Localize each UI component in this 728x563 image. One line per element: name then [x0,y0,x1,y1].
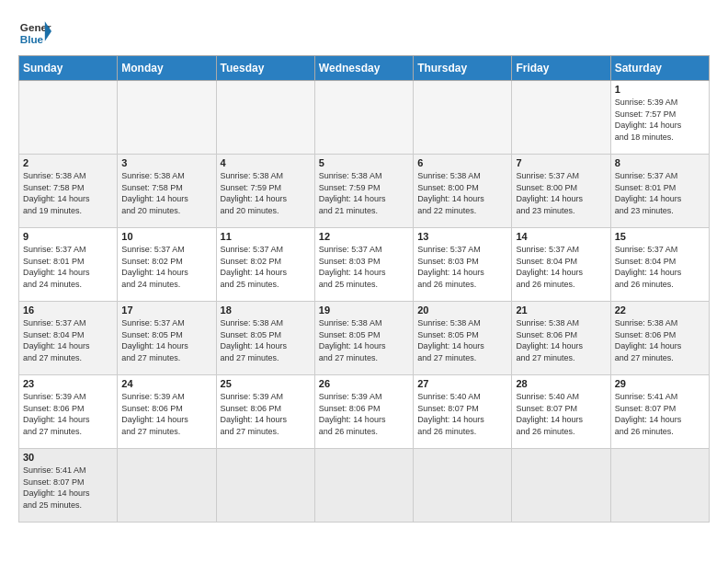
day-info: Sunrise: 5:39 AM Sunset: 8:06 PM Dayligh… [23,391,113,437]
day-info: Sunrise: 5:37 AM Sunset: 8:00 PM Dayligh… [516,170,606,216]
calendar-week-3: 9Sunrise: 5:37 AM Sunset: 8:01 PM Daylig… [19,228,710,302]
calendar-cell: 13Sunrise: 5:37 AM Sunset: 8:03 PM Dayli… [414,228,512,302]
day-info: Sunrise: 5:38 AM Sunset: 7:58 PM Dayligh… [121,170,211,216]
day-info: Sunrise: 5:37 AM Sunset: 8:03 PM Dayligh… [319,244,409,290]
calendar-week-6: 30Sunrise: 5:41 AM Sunset: 8:07 PM Dayli… [19,449,710,523]
day-info: Sunrise: 5:38 AM Sunset: 8:06 PM Dayligh… [615,317,705,363]
day-number: 28 [516,378,606,389]
day-number: 2 [23,157,113,168]
day-info: Sunrise: 5:37 AM Sunset: 8:05 PM Dayligh… [121,317,211,363]
day-info: Sunrise: 5:37 AM Sunset: 8:04 PM Dayligh… [23,317,113,363]
day-number: 27 [417,378,507,389]
calendar-cell: 4Sunrise: 5:38 AM Sunset: 7:59 PM Daylig… [216,155,314,228]
day-number: 17 [121,304,211,316]
calendar-cell: 5Sunrise: 5:38 AM Sunset: 7:59 PM Daylig… [314,155,413,228]
calendar-cell: 26Sunrise: 5:39 AM Sunset: 8:06 PM Dayli… [314,375,413,449]
day-info: Sunrise: 5:40 AM Sunset: 8:07 PM Dayligh… [417,391,507,437]
calendar-week-5: 23Sunrise: 5:39 AM Sunset: 8:06 PM Dayli… [19,375,710,449]
day-number: 10 [121,231,211,242]
calendar-cell [19,81,118,155]
day-number: 4 [221,157,311,168]
day-info: Sunrise: 5:37 AM Sunset: 8:03 PM Dayligh… [417,244,507,290]
calendar-cell [414,81,512,155]
day-number: 13 [417,231,507,242]
day-number: 23 [23,378,113,389]
day-number: 25 [221,378,311,389]
day-number: 18 [221,304,311,316]
day-info: Sunrise: 5:37 AM Sunset: 8:04 PM Dayligh… [615,244,705,290]
day-info: Sunrise: 5:38 AM Sunset: 8:06 PM Dayligh… [516,317,606,363]
calendar-cell [414,449,512,523]
calendar-cell [118,449,216,523]
day-number: 14 [516,231,606,242]
weekday-header-wednesday: Wednesday [314,56,413,81]
calendar-cell [216,81,314,155]
day-info: Sunrise: 5:38 AM Sunset: 8:05 PM Dayligh… [221,317,311,363]
day-info: Sunrise: 5:38 AM Sunset: 7:58 PM Dayligh… [23,170,113,216]
day-info: Sunrise: 5:38 AM Sunset: 7:59 PM Dayligh… [319,170,409,216]
calendar-cell: 18Sunrise: 5:38 AM Sunset: 8:05 PM Dayli… [216,302,314,375]
day-info: Sunrise: 5:38 AM Sunset: 7:59 PM Dayligh… [221,170,311,216]
day-number: 1 [615,84,705,95]
calendar-cell: 21Sunrise: 5:38 AM Sunset: 8:06 PM Dayli… [512,302,610,375]
day-number: 22 [615,304,705,316]
calendar-table: SundayMondayTuesdayWednesdayThursdayFrid… [18,55,710,523]
calendar-cell: 2Sunrise: 5:38 AM Sunset: 7:58 PM Daylig… [19,155,118,228]
calendar-cell: 10Sunrise: 5:37 AM Sunset: 8:02 PM Dayli… [118,228,216,302]
calendar-cell: 28Sunrise: 5:40 AM Sunset: 8:07 PM Dayli… [512,375,610,449]
calendar-cell: 7Sunrise: 5:37 AM Sunset: 8:00 PM Daylig… [512,155,610,228]
logo-icon: General Blue [18,15,51,48]
calendar-cell [610,449,709,523]
weekday-header-saturday: Saturday [610,56,709,81]
calendar-cell [314,449,413,523]
day-number: 5 [319,157,409,168]
calendar-cell: 16Sunrise: 5:37 AM Sunset: 8:04 PM Dayli… [19,302,118,375]
day-info: Sunrise: 5:39 AM Sunset: 8:06 PM Dayligh… [319,391,409,437]
calendar-cell [512,449,610,523]
day-info: Sunrise: 5:41 AM Sunset: 8:07 PM Dayligh… [23,465,113,511]
day-info: Sunrise: 5:37 AM Sunset: 8:01 PM Dayligh… [23,244,113,290]
day-info: Sunrise: 5:41 AM Sunset: 8:07 PM Dayligh… [615,391,705,437]
calendar-cell: 12Sunrise: 5:37 AM Sunset: 8:03 PM Dayli… [314,228,413,302]
day-number: 24 [121,378,211,389]
day-number: 8 [615,157,705,168]
calendar-cell [314,81,413,155]
weekday-header-tuesday: Tuesday [216,56,314,81]
day-number: 12 [319,231,409,242]
day-number: 9 [23,231,113,242]
calendar-cell: 11Sunrise: 5:37 AM Sunset: 8:02 PM Dayli… [216,228,314,302]
day-number: 15 [615,231,705,242]
calendar-cell: 24Sunrise: 5:39 AM Sunset: 8:06 PM Dayli… [118,375,216,449]
calendar-cell: 25Sunrise: 5:39 AM Sunset: 8:06 PM Dayli… [216,375,314,449]
calendar-cell: 8Sunrise: 5:37 AM Sunset: 8:01 PM Daylig… [610,155,709,228]
calendar-cell: 29Sunrise: 5:41 AM Sunset: 8:07 PM Dayli… [610,375,709,449]
day-number: 19 [319,304,409,316]
day-number: 3 [121,157,211,168]
day-info: Sunrise: 5:39 AM Sunset: 8:06 PM Dayligh… [121,391,211,437]
calendar-cell: 6Sunrise: 5:38 AM Sunset: 8:00 PM Daylig… [414,155,512,228]
calendar-cell [118,81,216,155]
day-number: 21 [516,304,606,316]
day-info: Sunrise: 5:38 AM Sunset: 8:00 PM Dayligh… [417,170,507,216]
day-number: 6 [417,157,507,168]
day-number: 11 [221,231,311,242]
calendar-cell: 9Sunrise: 5:37 AM Sunset: 8:01 PM Daylig… [19,228,118,302]
calendar-cell: 1Sunrise: 5:39 AM Sunset: 7:57 PM Daylig… [610,81,709,155]
day-info: Sunrise: 5:39 AM Sunset: 8:06 PM Dayligh… [221,391,311,437]
calendar-cell: 30Sunrise: 5:41 AM Sunset: 8:07 PM Dayli… [19,449,118,523]
day-number: 26 [319,378,409,389]
calendar-cell [216,449,314,523]
day-info: Sunrise: 5:37 AM Sunset: 8:04 PM Dayligh… [516,244,606,290]
calendar-cell [512,81,610,155]
weekday-header-friday: Friday [512,56,610,81]
calendar-cell: 22Sunrise: 5:38 AM Sunset: 8:06 PM Dayli… [610,302,709,375]
day-number: 20 [417,304,507,316]
day-info: Sunrise: 5:37 AM Sunset: 8:02 PM Dayligh… [221,244,311,290]
calendar-cell: 3Sunrise: 5:38 AM Sunset: 7:58 PM Daylig… [118,155,216,228]
header: General Blue [18,15,710,48]
day-info: Sunrise: 5:40 AM Sunset: 8:07 PM Dayligh… [516,391,606,437]
calendar-cell: 15Sunrise: 5:37 AM Sunset: 8:04 PM Dayli… [610,228,709,302]
logo: General Blue [18,15,51,48]
weekday-header-thursday: Thursday [414,56,512,81]
calendar-cell: 27Sunrise: 5:40 AM Sunset: 8:07 PM Dayli… [414,375,512,449]
